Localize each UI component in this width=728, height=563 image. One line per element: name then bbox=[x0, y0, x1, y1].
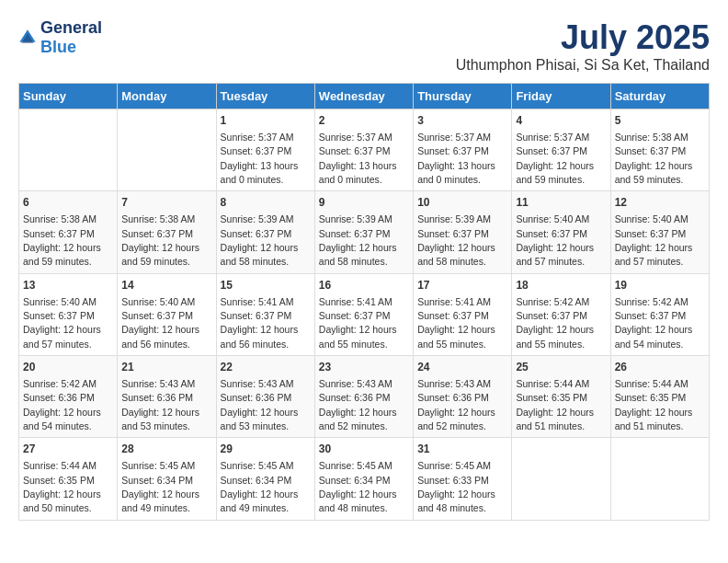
week-row-3: 13Sunrise: 5:40 AM Sunset: 6:37 PM Dayli… bbox=[19, 273, 710, 355]
day-info: Sunrise: 5:43 AM Sunset: 6:36 PM Dayligh… bbox=[319, 378, 397, 431]
day-number: 29 bbox=[221, 442, 311, 457]
day-cell: 25Sunrise: 5:44 AM Sunset: 6:35 PM Dayli… bbox=[512, 356, 610, 438]
day-info: Sunrise: 5:40 AM Sunset: 6:37 PM Dayligh… bbox=[516, 213, 594, 267]
header-cell-thursday: Thursday bbox=[414, 84, 512, 109]
day-cell: 4Sunrise: 5:37 AM Sunset: 6:37 PM Daylig… bbox=[512, 109, 610, 191]
day-info: Sunrise: 5:44 AM Sunset: 6:35 PM Dayligh… bbox=[516, 378, 594, 431]
day-cell: 11Sunrise: 5:40 AM Sunset: 6:37 PM Dayli… bbox=[512, 191, 610, 273]
day-number: 13 bbox=[23, 278, 113, 293]
day-cell: 26Sunrise: 5:44 AM Sunset: 6:35 PM Dayli… bbox=[610, 356, 709, 438]
day-info: Sunrise: 5:42 AM Sunset: 6:37 PM Dayligh… bbox=[615, 296, 693, 350]
header-cell-wednesday: Wednesday bbox=[314, 84, 413, 109]
day-cell: 23Sunrise: 5:43 AM Sunset: 6:36 PM Dayli… bbox=[314, 356, 413, 438]
day-cell: 17Sunrise: 5:41 AM Sunset: 6:37 PM Dayli… bbox=[414, 273, 512, 355]
day-info: Sunrise: 5:39 AM Sunset: 6:37 PM Dayligh… bbox=[319, 213, 397, 267]
day-number: 3 bbox=[417, 113, 507, 129]
week-row-1: 1Sunrise: 5:37 AM Sunset: 6:37 PM Daylig… bbox=[19, 109, 710, 191]
day-info: Sunrise: 5:39 AM Sunset: 6:37 PM Dayligh… bbox=[417, 213, 495, 267]
day-cell: 14Sunrise: 5:40 AM Sunset: 6:37 PM Dayli… bbox=[118, 273, 216, 355]
day-info: Sunrise: 5:43 AM Sunset: 6:36 PM Dayligh… bbox=[221, 378, 299, 431]
day-number: 30 bbox=[319, 442, 409, 457]
day-number: 7 bbox=[121, 195, 211, 211]
day-number: 18 bbox=[516, 278, 606, 293]
logo-blue-text: Blue bbox=[40, 38, 76, 56]
calendar-table: SundayMondayTuesdayWednesdayThursdayFrid… bbox=[18, 83, 710, 521]
day-number: 10 bbox=[417, 195, 507, 211]
day-cell: 22Sunrise: 5:43 AM Sunset: 6:36 PM Dayli… bbox=[216, 356, 314, 438]
day-info: Sunrise: 5:40 AM Sunset: 6:37 PM Dayligh… bbox=[23, 296, 101, 350]
day-cell: 29Sunrise: 5:45 AM Sunset: 6:34 PM Dayli… bbox=[216, 438, 314, 520]
week-row-4: 20Sunrise: 5:42 AM Sunset: 6:36 PM Dayli… bbox=[19, 356, 710, 438]
day-cell: 8Sunrise: 5:39 AM Sunset: 6:37 PM Daylig… bbox=[216, 191, 314, 273]
day-info: Sunrise: 5:37 AM Sunset: 6:37 PM Dayligh… bbox=[319, 132, 397, 185]
logo-icon bbox=[18, 29, 37, 47]
day-info: Sunrise: 5:45 AM Sunset: 6:34 PM Dayligh… bbox=[121, 460, 199, 513]
week-row-2: 6Sunrise: 5:38 AM Sunset: 6:37 PM Daylig… bbox=[19, 191, 710, 273]
day-info: Sunrise: 5:41 AM Sunset: 6:37 PM Dayligh… bbox=[319, 296, 397, 350]
day-info: Sunrise: 5:40 AM Sunset: 6:37 PM Dayligh… bbox=[615, 213, 693, 267]
day-number: 31 bbox=[417, 442, 507, 457]
day-cell: 30Sunrise: 5:45 AM Sunset: 6:34 PM Dayli… bbox=[314, 438, 413, 520]
day-cell: 20Sunrise: 5:42 AM Sunset: 6:36 PM Dayli… bbox=[19, 356, 118, 438]
page-header: General Blue July 2025 Uthumphon Phisai,… bbox=[18, 18, 710, 74]
day-info: Sunrise: 5:41 AM Sunset: 6:37 PM Dayligh… bbox=[417, 296, 495, 350]
day-number: 15 bbox=[221, 278, 311, 293]
day-cell: 9Sunrise: 5:39 AM Sunset: 6:37 PM Daylig… bbox=[314, 191, 413, 273]
day-number: 1 bbox=[221, 113, 311, 129]
day-cell: 21Sunrise: 5:43 AM Sunset: 6:36 PM Dayli… bbox=[118, 356, 216, 438]
header-cell-tuesday: Tuesday bbox=[216, 84, 314, 109]
day-cell: 27Sunrise: 5:44 AM Sunset: 6:35 PM Dayli… bbox=[19, 438, 118, 520]
day-number: 8 bbox=[221, 195, 311, 211]
day-info: Sunrise: 5:45 AM Sunset: 6:34 PM Dayligh… bbox=[221, 460, 299, 513]
day-cell: 1Sunrise: 5:37 AM Sunset: 6:37 PM Daylig… bbox=[216, 109, 314, 191]
day-cell: 5Sunrise: 5:38 AM Sunset: 6:37 PM Daylig… bbox=[610, 109, 709, 191]
day-number: 4 bbox=[516, 113, 606, 129]
page-title: July 2025 bbox=[456, 18, 710, 57]
day-number: 17 bbox=[417, 278, 507, 293]
day-info: Sunrise: 5:38 AM Sunset: 6:37 PM Dayligh… bbox=[121, 213, 199, 267]
day-cell: 13Sunrise: 5:40 AM Sunset: 6:37 PM Dayli… bbox=[19, 273, 118, 355]
day-number: 19 bbox=[615, 278, 705, 293]
day-cell: 12Sunrise: 5:40 AM Sunset: 6:37 PM Dayli… bbox=[610, 191, 709, 273]
day-number: 28 bbox=[121, 442, 211, 457]
day-number: 5 bbox=[615, 113, 705, 129]
header-row: SundayMondayTuesdayWednesdayThursdayFrid… bbox=[19, 84, 710, 109]
day-number: 6 bbox=[23, 195, 113, 211]
day-number: 25 bbox=[516, 360, 606, 375]
day-number: 2 bbox=[319, 113, 409, 129]
header-cell-monday: Monday bbox=[118, 84, 216, 109]
day-info: Sunrise: 5:39 AM Sunset: 6:37 PM Dayligh… bbox=[221, 213, 299, 267]
day-info: Sunrise: 5:42 AM Sunset: 6:36 PM Dayligh… bbox=[23, 378, 101, 431]
day-number: 21 bbox=[121, 360, 211, 375]
day-info: Sunrise: 5:43 AM Sunset: 6:36 PM Dayligh… bbox=[417, 378, 495, 431]
day-number: 27 bbox=[23, 442, 113, 457]
day-cell: 6Sunrise: 5:38 AM Sunset: 6:37 PM Daylig… bbox=[19, 191, 118, 273]
day-number: 22 bbox=[221, 360, 311, 375]
day-info: Sunrise: 5:45 AM Sunset: 6:34 PM Dayligh… bbox=[319, 460, 397, 513]
calendar-header: SundayMondayTuesdayWednesdayThursdayFrid… bbox=[19, 84, 710, 109]
day-cell: 24Sunrise: 5:43 AM Sunset: 6:36 PM Dayli… bbox=[414, 356, 512, 438]
day-cell: 7Sunrise: 5:38 AM Sunset: 6:37 PM Daylig… bbox=[118, 191, 216, 273]
day-cell: 18Sunrise: 5:42 AM Sunset: 6:37 PM Dayli… bbox=[512, 273, 610, 355]
day-cell bbox=[19, 109, 118, 191]
day-info: Sunrise: 5:43 AM Sunset: 6:36 PM Dayligh… bbox=[121, 378, 199, 431]
day-cell bbox=[512, 438, 610, 520]
day-info: Sunrise: 5:37 AM Sunset: 6:37 PM Dayligh… bbox=[417, 132, 495, 185]
day-number: 26 bbox=[615, 360, 705, 375]
day-number: 23 bbox=[319, 360, 409, 375]
day-info: Sunrise: 5:38 AM Sunset: 6:37 PM Dayligh… bbox=[615, 132, 693, 185]
day-cell: 19Sunrise: 5:42 AM Sunset: 6:37 PM Dayli… bbox=[610, 273, 709, 355]
day-info: Sunrise: 5:37 AM Sunset: 6:37 PM Dayligh… bbox=[221, 132, 299, 185]
page-subtitle: Uthumphon Phisai, Si Sa Ket, Thailand bbox=[456, 57, 710, 74]
day-info: Sunrise: 5:42 AM Sunset: 6:37 PM Dayligh… bbox=[516, 296, 594, 350]
day-cell: 31Sunrise: 5:45 AM Sunset: 6:33 PM Dayli… bbox=[414, 438, 512, 520]
header-cell-sunday: Sunday bbox=[19, 84, 118, 109]
day-cell: 10Sunrise: 5:39 AM Sunset: 6:37 PM Dayli… bbox=[414, 191, 512, 273]
day-cell: 16Sunrise: 5:41 AM Sunset: 6:37 PM Dayli… bbox=[314, 273, 413, 355]
day-cell: 3Sunrise: 5:37 AM Sunset: 6:37 PM Daylig… bbox=[414, 109, 512, 191]
day-info: Sunrise: 5:40 AM Sunset: 6:37 PM Dayligh… bbox=[121, 296, 199, 350]
week-row-5: 27Sunrise: 5:44 AM Sunset: 6:35 PM Dayli… bbox=[19, 438, 710, 520]
title-block: July 2025 Uthumphon Phisai, Si Sa Ket, T… bbox=[456, 18, 710, 74]
day-info: Sunrise: 5:44 AM Sunset: 6:35 PM Dayligh… bbox=[615, 378, 693, 431]
day-info: Sunrise: 5:38 AM Sunset: 6:37 PM Dayligh… bbox=[23, 213, 101, 267]
